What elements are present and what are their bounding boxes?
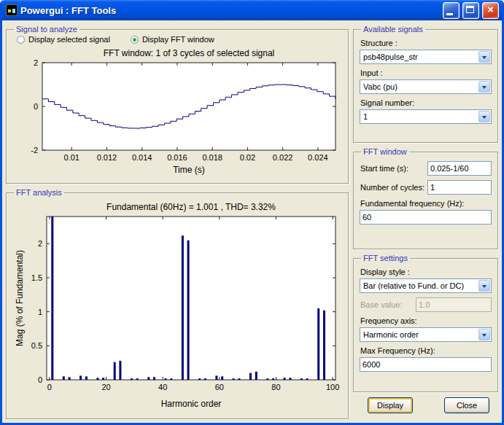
svg-text:0.02: 0.02 (240, 153, 255, 162)
input-label: Input : (360, 69, 492, 77)
svg-text:0.01: 0.01 (63, 153, 79, 162)
svg-text:0.022: 0.022 (273, 153, 293, 162)
frequency-axis-select-value: Harmonic order (363, 330, 478, 339)
close-icon: × (483, 3, 498, 17)
svg-text:0: 0 (47, 383, 52, 391)
input-select[interactable]: Vabc (pu) (360, 79, 492, 94)
chevron-down-icon (478, 329, 490, 340)
fft-analysis-chart: 02040608010000.511.52Fundamental (60Hz) … (13, 198, 341, 410)
display-style-select-value: Bar (relative to Fund. or DC) (363, 281, 478, 290)
display-style-label: Display style : (360, 268, 492, 276)
window-content: Signal to analyze Display selected signa… (2, 20, 502, 423)
cycles-input[interactable] (427, 180, 492, 195)
fft-analysis-panel: FFT analysis 02040608010000.511.52Fundam… (6, 188, 349, 419)
fft-window-panel-title: FFT window (361, 147, 409, 156)
radio-display-fft-window-label: Display FFT window (142, 35, 214, 44)
frequency-axis-label: Frequency axis: (360, 316, 492, 325)
start-time-label: Start time (s): (360, 164, 408, 173)
svg-text:FFT window: 1 of 3 cycles of s: FFT window: 1 of 3 cycles of selected si… (104, 48, 275, 58)
radio-display-fft-window[interactable]: Display FFT window (131, 35, 214, 44)
available-signals-panel: Available signals Structure : psb48pulse… (353, 25, 498, 143)
powergui-fft-tools-window: Powergui : FFT Tools × Signal to analyze… (0, 0, 504, 425)
svg-text:1.5: 1.5 (31, 273, 42, 282)
structure-select[interactable]: psb48pulse_str (360, 50, 492, 64)
powergui-app-icon (6, 4, 18, 16)
maximize-button[interactable] (462, 2, 479, 19)
svg-text:0.018: 0.018 (202, 153, 222, 162)
base-value-input (416, 297, 492, 312)
display-button[interactable]: Display (368, 397, 413, 413)
svg-text:0: 0 (38, 375, 42, 384)
max-frequency-label: Max Frequency (Hz): (360, 346, 492, 355)
svg-text:0.5: 0.5 (31, 341, 42, 350)
svg-text:Mag (% of Fundamental): Mag (% of Fundamental) (15, 250, 25, 346)
svg-text:0.014: 0.014 (132, 153, 152, 162)
svg-text:Time (s): Time (s) (173, 165, 205, 175)
max-frequency-input[interactable] (360, 357, 492, 372)
radio-unchecked-icon (17, 36, 25, 44)
cycles-label: Number of cycles: (360, 183, 424, 192)
titlebar[interactable]: Powergui : FFT Tools × (2, 0, 502, 20)
svg-text:80: 80 (271, 383, 280, 391)
signal-to-analyze-panel: Signal to analyze Display selected signa… (6, 25, 349, 184)
chevron-down-icon (478, 111, 490, 122)
cycles-row: Number of cycles: (360, 180, 492, 195)
fft-window-panel: FFT window Start time (s): Number of cyc… (353, 147, 498, 249)
fundamental-frequency-input[interactable] (360, 210, 492, 225)
maximize-icon (466, 6, 474, 13)
fft-settings-title: FFT settings (361, 254, 410, 262)
svg-text:-2: -2 (31, 146, 38, 155)
base-value-label: Base value: (360, 300, 402, 309)
svg-text:100: 100 (326, 383, 339, 391)
chevron-down-icon (478, 81, 490, 93)
input-select-value: Vabc (pu) (363, 82, 478, 91)
display-style-select[interactable]: Bar (relative to Fund. or DC) (360, 278, 492, 293)
start-time-input[interactable] (427, 161, 492, 176)
svg-text:2: 2 (34, 58, 38, 67)
chevron-down-icon (478, 51, 490, 63)
svg-text:20: 20 (101, 383, 110, 391)
close-button[interactable]: Close (444, 397, 489, 413)
fft-settings-panel: FFT settings Display style : Bar (relati… (353, 254, 498, 392)
fft-window-chart: 0.010.0120.0140.0160.0180.020.0220.024-2… (13, 45, 341, 176)
minimize-button[interactable] (443, 2, 460, 19)
svg-text:1: 1 (38, 308, 42, 316)
svg-text:0: 0 (34, 102, 38, 111)
signal-number-select[interactable]: 1 (360, 109, 492, 124)
frequency-axis-select[interactable]: Harmonic order (360, 327, 492, 342)
svg-text:0.016: 0.016 (167, 153, 187, 162)
radio-checked-icon (131, 36, 139, 44)
radio-display-selected-signal-label: Display selected signal (28, 35, 110, 44)
svg-text:Harmonic order: Harmonic order (161, 399, 222, 409)
radio-display-selected-signal[interactable]: Display selected signal (17, 35, 110, 44)
available-signals-title: Available signals (361, 25, 425, 34)
window-title: Powergui : FFT Tools (20, 5, 440, 16)
signal-radio-row: Display selected signal Display FFT wind… (17, 35, 342, 44)
svg-text:2: 2 (38, 239, 42, 248)
minimize-icon (446, 13, 453, 15)
action-buttons-row: Display Close (353, 397, 498, 413)
structure-label: Structure : (360, 39, 492, 47)
fundamental-frequency-label: Fundamental frequency (Hz): (360, 199, 492, 208)
svg-text:Fundamental (60Hz) = 1.001 , T: Fundamental (60Hz) = 1.001 , THD= 3.32% (106, 202, 276, 212)
chevron-down-icon (478, 280, 490, 292)
svg-text:60: 60 (215, 383, 224, 391)
signal-number-select-value: 1 (363, 112, 478, 121)
svg-text:0.024: 0.024 (308, 153, 328, 162)
structure-select-value: psb48pulse_str (363, 52, 478, 61)
svg-text:0.012: 0.012 (97, 153, 117, 162)
start-time-row: Start time (s): (360, 161, 492, 176)
close-window-button[interactable]: × (482, 2, 499, 19)
fft-analysis-title: FFT analysis (14, 188, 64, 197)
base-value-row: Base value: (360, 297, 492, 312)
signal-number-label: Signal number: (360, 98, 492, 107)
signal-to-analyze-title: Signal to analyze (14, 25, 80, 34)
svg-text:40: 40 (158, 383, 167, 391)
